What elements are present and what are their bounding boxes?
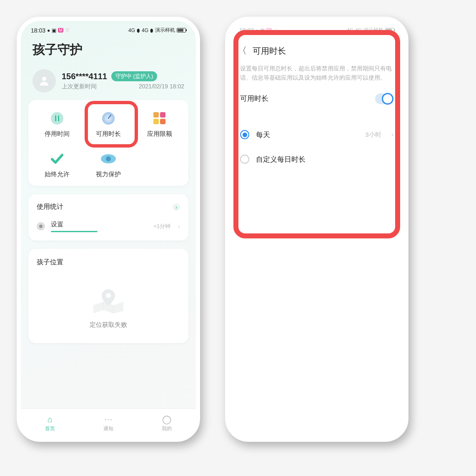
nav-label: 我的 <box>162 425 172 432</box>
heart-icon: ♡ <box>273 28 278 33</box>
radio-checked-icon <box>240 130 249 139</box>
description-text: 设置每日可用总时长，超出后将禁用应用，禁用期间只有电话、信息等基础应用以及设为始… <box>229 63 404 87</box>
eye-icon <box>100 150 117 167</box>
feature-label: 停用时间 <box>45 130 70 138</box>
stats-item-settings[interactable]: 设置 <1分钟 › <box>37 220 180 232</box>
carrier-label: 演示样机 <box>155 27 175 34</box>
signal-4g-1: 4G <box>347 28 353 33</box>
chat-icon: ● <box>256 28 258 33</box>
nav-notify[interactable]: ⋯ 通知 <box>79 409 138 438</box>
feature-vision-protect[interactable]: 视力保护 <box>83 149 134 183</box>
nav-label: 首页 <box>45 425 55 432</box>
stats-item-name: 设置 <box>51 220 148 228</box>
chevron-right-icon: › <box>173 203 180 211</box>
chevron-right-icon: › <box>178 223 180 230</box>
svg-rect-2 <box>55 115 56 121</box>
stats-title: 使用统计 <box>37 203 63 211</box>
signal-4g-1: 4G <box>128 28 135 33</box>
chat-icon: ● <box>47 28 50 33</box>
usage-bar <box>51 231 98 232</box>
svg-point-11 <box>106 156 111 161</box>
battery-icon <box>385 28 394 33</box>
map-pin-icon <box>92 287 125 313</box>
option-custom[interactable]: 自定义每日时长 <box>229 147 404 172</box>
available-time-toggle-row[interactable]: 可用时长 <box>229 87 404 111</box>
feature-pause-time[interactable]: 停用时间 <box>32 108 83 143</box>
last-update-value: 2021/02/19 18:02 <box>139 83 184 90</box>
feature-label: 视力保护 <box>96 170 121 178</box>
svg-rect-8 <box>153 119 159 124</box>
feature-label: 可用时长 <box>96 130 121 138</box>
page-title: 可用时长 <box>253 45 286 57</box>
radio-unchecked-icon <box>240 155 249 164</box>
last-update-label: 上次更新时间 <box>62 83 97 90</box>
pause-icon <box>49 110 65 127</box>
home-icon: ⌂ <box>48 415 53 424</box>
back-button[interactable]: 〈 <box>238 45 247 57</box>
feature-app-quota[interactable]: 应用限额 <box>134 108 185 143</box>
svg-rect-9 <box>160 119 165 124</box>
card-icon: ▣ <box>52 28 56 33</box>
carrier-label: 演示样机 <box>363 27 383 34</box>
svg-point-1 <box>51 112 63 125</box>
phone-number: 156****4111 <box>62 72 107 81</box>
option-daily[interactable]: 每天 3小时 › <box>229 123 404 147</box>
option-value: 3小时 <box>365 131 381 139</box>
signal-4g-2: 4G <box>355 28 362 33</box>
usage-stats-card[interactable]: 使用统计 › 设置 <1分钟 › <box>28 194 188 241</box>
phone-frame-right: 18:03 ● ▣ M ♡ 4G 4G 演示样机 〈 可用时长 设置每日可用总时… <box>225 17 408 442</box>
svg-point-15 <box>106 293 111 298</box>
check-icon <box>49 150 65 167</box>
location-fail-text: 定位获取失败 <box>90 321 127 329</box>
status-time: 18:03 <box>239 27 254 34</box>
toggle-label: 可用时长 <box>240 94 268 103</box>
stats-item-time: <1分钟 <box>154 223 171 230</box>
app-icon: M <box>266 28 271 33</box>
location-card[interactable]: 孩子位置 定位获取失败 <box>28 249 188 343</box>
apps-icon <box>151 110 168 127</box>
signal-bars-icon: ⬮ <box>137 28 140 33</box>
signal-bars-icon: ⬮ <box>150 28 153 33</box>
person-icon <box>38 75 50 87</box>
signal-4g-2: 4G <box>142 28 148 33</box>
status-badge: 守护中 (监护人) <box>111 71 157 81</box>
gear-icon <box>37 222 45 230</box>
clock-icon <box>100 110 117 127</box>
feature-label: 应用限额 <box>147 130 172 138</box>
feature-always-allow[interactable]: 始终允许 <box>32 149 83 183</box>
person-icon: ◯ <box>162 414 171 424</box>
svg-rect-3 <box>58 115 59 121</box>
profile-section: 156****4111 守护中 (监护人) 上次更新时间 2021/02/19 … <box>21 65 196 100</box>
toggle-switch[interactable] <box>375 93 393 104</box>
phone-frame-left: 18:03 ● ▣ M ♡ 4G ⬮ 4G ⬮ 演示样机 孩子守护 <box>17 17 200 442</box>
page-title: 孩子守护 <box>21 35 196 65</box>
status-bar: 18:03 ● ▣ M ♡ 4G ⬮ 4G ⬮ 演示样机 <box>21 21 196 35</box>
svg-point-0 <box>42 77 46 81</box>
avatar[interactable] <box>33 69 56 93</box>
chevron-right-icon: › <box>391 131 393 138</box>
nav-mine[interactable]: ◯ 我的 <box>138 409 196 438</box>
svg-rect-7 <box>160 112 165 118</box>
heart-icon: ♡ <box>65 28 70 33</box>
nav-label: 通知 <box>103 425 113 432</box>
option-label: 自定义每日时长 <box>256 155 393 164</box>
battery-icon <box>177 28 186 33</box>
app-icon: M <box>58 28 63 33</box>
card-icon: ▣ <box>260 28 265 33</box>
feature-label: 始终允许 <box>45 170 70 178</box>
bottom-nav: ⌂ 首页 ⋯ 通知 ◯ 我的 <box>21 408 196 438</box>
nav-home[interactable]: ⌂ 首页 <box>21 409 79 438</box>
status-time: 18:03 <box>31 27 45 34</box>
location-title: 孩子位置 <box>37 258 180 267</box>
message-icon: ⋯ <box>104 414 113 424</box>
option-label: 每天 <box>256 130 358 140</box>
svg-rect-6 <box>153 112 159 118</box>
status-bar: 18:03 ● ▣ M ♡ 4G 4G 演示样机 <box>229 21 404 35</box>
feature-available-time[interactable]: 可用时长 <box>83 108 134 143</box>
